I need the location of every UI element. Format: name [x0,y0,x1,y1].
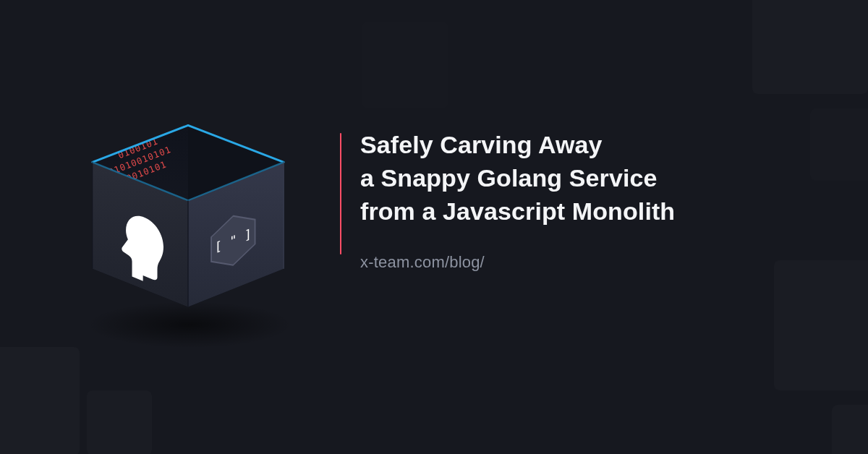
text-column: Safely Carving Away a Snappy Golang Serv… [360,129,810,272]
article-title: Safely Carving Away a Snappy Golang Serv… [360,129,810,228]
hero-card: 0100101 01010010101 01010010101 0000101 [0,0,868,454]
cube-svg: 0100101 01010010101 01010010101 0000101 [65,105,311,351]
title-line: a Snappy Golang Service [360,164,657,192]
svg-point-1 [87,301,292,348]
cube-illustration: 0100101 01010010101 01010010101 0000101 [65,105,311,351]
site-url: x-team.com/blog/ [360,253,810,272]
title-line: from a Javascript Monolith [360,197,675,225]
accent-rule [340,133,341,254]
title-line: Safely Carving Away [360,131,603,158]
